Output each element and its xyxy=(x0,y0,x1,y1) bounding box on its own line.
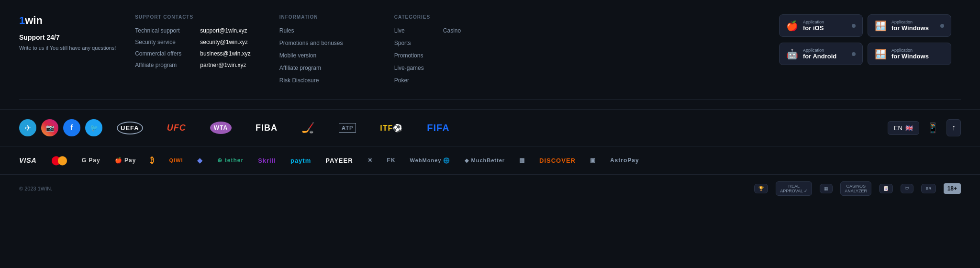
webmoney-logo: WebMoney 🌐 xyxy=(410,157,451,164)
scroll-top-button[interactable]: ↑ xyxy=(947,119,961,136)
ufc-logo: UFC xyxy=(167,123,186,133)
telegram-icon[interactable]: ✈ xyxy=(19,119,36,136)
app-info-android: Application for Android xyxy=(803,48,836,60)
facebook-icon[interactable]: f xyxy=(63,119,80,136)
windows-app-name-top: for Windows xyxy=(891,24,929,32)
contact-email-commercial: business@1win.xyz xyxy=(200,50,251,57)
info-link-rules[interactable]: Rules xyxy=(279,27,366,34)
support-title: Support 24/7 xyxy=(19,34,116,41)
itf-logo: ITF⚽ xyxy=(380,123,403,133)
app-row-top: 🍎 Application for iOS 🪟 Application for … xyxy=(779,14,961,37)
windows-app-sub-top: Application xyxy=(891,20,929,24)
windows-icon-bottom: 🪟 xyxy=(875,48,887,60)
instagram-icon[interactable]: 📷 xyxy=(41,119,58,136)
cert-badge-2: ▦ xyxy=(820,184,833,193)
app-info-ios: Application for iOS xyxy=(803,20,824,32)
info-link-risk[interactable]: Risk Disclosure xyxy=(279,77,366,84)
paytm-logo: paytm xyxy=(290,157,311,164)
footer-columns: SUPPORT CONTACTS Technical support suppo… xyxy=(135,14,760,89)
footer-bottom: © 2023 1WIN. 🏆 REALAPPROVAL ✓ ▦ CASINOSA… xyxy=(0,175,980,202)
contact-label-technical: Technical support xyxy=(135,27,192,34)
cat-link-livegames[interactable]: Live-games xyxy=(394,65,424,71)
support-contacts-col: SUPPORT CONTACTS Technical support suppo… xyxy=(135,14,251,89)
android-icon: 🤖 xyxy=(786,48,798,60)
payeer-logo: PAYEER xyxy=(325,157,353,164)
applepay-logo: 🍎 Pay xyxy=(115,157,136,164)
support-contacts-title: SUPPORT CONTACTS xyxy=(135,14,251,20)
fk-logo: FK xyxy=(387,157,396,164)
info-link-promotions-bonuses[interactable]: Promotions and bonuses xyxy=(279,40,366,46)
starburst-logo: ✳ xyxy=(368,157,373,164)
windows-dot-top xyxy=(940,24,944,28)
categories-cols: Live Sports Promotions Live-games Poker … xyxy=(394,27,480,84)
app-btn-android[interactable]: 🤖 Application for Android xyxy=(779,43,863,65)
logo-support-section: 1win Support 24/7 Write to us if You sti… xyxy=(19,14,116,52)
atp-logo: ATP xyxy=(339,123,356,133)
contact-label-affiliate: Affiliate program xyxy=(135,62,192,68)
ios-app-sub: Application xyxy=(803,20,824,24)
contact-row-commercial: Commercial offers business@1win.xyz xyxy=(135,50,251,57)
windows-icon-top: 🪟 xyxy=(875,20,887,32)
categories-title: CATEGORIES xyxy=(394,14,480,20)
windows-app-sub-bottom: Application xyxy=(891,48,929,53)
ios-app-name: for iOS xyxy=(803,24,824,32)
lang-flag: 🇬🇧 xyxy=(905,124,913,132)
contact-email-technical: support@1win.xyz xyxy=(200,27,247,34)
language-button[interactable]: EN 🇬🇧 xyxy=(888,121,919,135)
age-badge: 18+ xyxy=(944,183,961,194)
app-btn-windows-top[interactable]: 🪟 Application for Windows xyxy=(868,14,951,37)
contact-row-affiliate: Affiliate program partner@1win.xyz xyxy=(135,62,251,68)
cert-logos: 🏆 REALAPPROVAL ✓ ▦ CASINOSANALYZER 🃏 🛡 B… xyxy=(754,181,961,196)
visa-logo: VISA xyxy=(19,156,37,164)
cat-link-poker[interactable]: Poker xyxy=(394,77,424,84)
partner-logos: UEFA UFC WTA FIBA 🏒 ATP ITF⚽ FIFA xyxy=(117,122,888,134)
copyright: © 2023 1WIN. xyxy=(19,186,52,191)
categories-col: CATEGORIES Live Sports Promotions Live-g… xyxy=(394,14,480,89)
info-link-mobile[interactable]: Mobile version xyxy=(279,52,366,59)
cat-link-live[interactable]: Live xyxy=(394,27,424,34)
mobile-icon[interactable]: 📱 xyxy=(927,122,939,134)
app-row-bottom: 🤖 Application for Android 🪟 Application … xyxy=(779,43,961,65)
cat-link-sports[interactable]: Sports xyxy=(394,40,424,46)
eth-logo: ◆ xyxy=(197,156,203,164)
app-btn-windows-bottom[interactable]: 🪟 Application for Windows xyxy=(868,43,951,65)
android-app-sub: Application xyxy=(803,48,836,53)
apple-icon: 🍎 xyxy=(786,20,798,32)
cat-link-promotions[interactable]: Promotions xyxy=(394,52,424,59)
gpay-logo: G Pay xyxy=(82,157,100,164)
fifa-logo: FIFA xyxy=(427,123,449,134)
logo-text: 1win xyxy=(19,14,43,27)
skrill-logo: Skrill xyxy=(258,157,276,164)
qiwi-logo: QIWI xyxy=(169,157,183,163)
mastercard-logo: ⬤⬤ xyxy=(51,155,67,166)
cat-col-1: Live Sports Promotions Live-games Poker xyxy=(394,27,424,84)
tether-logo: ⊕ tether xyxy=(217,157,244,164)
logo: 1win xyxy=(19,14,116,27)
cert-badge-4: 🛡 xyxy=(901,184,913,193)
app-info-windows-bottom: Application for Windows xyxy=(891,48,929,60)
payments-bar: VISA ⬤⬤ G Pay 🍎 Pay ₿ QIWI ◆ ⊕ tether Sk… xyxy=(0,146,980,175)
fiba-logo: FIBA xyxy=(256,123,278,133)
cert-badge-1: 🏆 xyxy=(754,184,768,193)
cert-badge-real-approval: REALAPPROVAL ✓ xyxy=(776,181,812,196)
grid-logo: ▦ xyxy=(519,157,525,164)
nhl-logo: 🏒 xyxy=(301,122,315,134)
support-desc: Write to us if You still have any questi… xyxy=(19,44,116,52)
footer-apps: 🍎 Application for iOS 🪟 Application for … xyxy=(779,14,961,65)
cert-badge-br: BR xyxy=(921,184,936,193)
ios-dot xyxy=(852,24,856,28)
android-dot xyxy=(852,52,856,56)
cert-badge-3: 🃏 xyxy=(879,184,893,193)
twitter-icon[interactable]: 🐦 xyxy=(85,119,102,136)
muchbetter-logo: ◆ MuchBetter xyxy=(465,157,505,164)
lang-label: EN xyxy=(894,124,902,132)
wta-logo: WTA xyxy=(210,122,232,134)
social-icons: ✈ 📷 f 🐦 xyxy=(19,119,102,136)
contact-email-security: security@1win.xyz xyxy=(200,39,248,45)
info-link-affiliate[interactable]: Affiliate program xyxy=(279,65,366,71)
windows-app-name-bottom: for Windows xyxy=(891,53,929,60)
uefa-logo: UEFA xyxy=(117,122,143,134)
app-btn-ios[interactable]: 🍎 Application for iOS xyxy=(779,14,863,37)
cat-link-casino[interactable]: Casino xyxy=(443,27,461,34)
discover-logo: DISCOVER xyxy=(539,157,576,164)
